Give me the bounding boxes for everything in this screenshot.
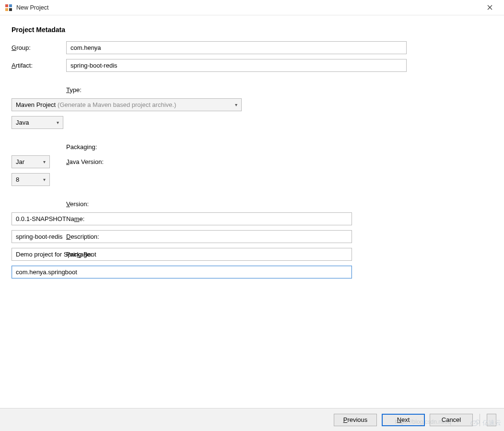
chevron-down-icon: ▾ (38, 159, 46, 164)
close-button[interactable] (480, 1, 499, 14)
type-select-hint: (Generate a Maven based project archive.… (58, 101, 176, 108)
content-area: Project Metadata Group: Artifact: Type: … (0, 15, 504, 279)
artifact-input[interactable] (66, 59, 407, 72)
java-version-select-value: 8 (16, 176, 19, 183)
group-label: Group: (12, 44, 63, 51)
section-title: Project Metadata (12, 26, 492, 34)
packaging-select-value: Jar (16, 158, 24, 165)
packaging-label: Packaging: (66, 143, 492, 151)
group-input[interactable] (66, 41, 407, 54)
svg-rect-3 (9, 8, 12, 11)
chevron-down-icon: ▾ (52, 120, 59, 125)
type-select-value: Maven Project (16, 101, 56, 108)
next-button[interactable]: Next (382, 414, 425, 426)
description-label: Description: (66, 233, 492, 240)
java-version-label: Java Version: (66, 158, 492, 165)
separator (480, 414, 480, 426)
chevron-down-icon: ▾ (230, 102, 237, 107)
name-label: Name: (66, 215, 492, 222)
type-select[interactable]: Maven Project (Generate a Maven based pr… (12, 98, 242, 111)
footer: Previous Next Cancel (0, 408, 504, 431)
previous-button[interactable]: Previous (334, 414, 377, 426)
svg-rect-0 (5, 4, 8, 7)
app-icon (5, 4, 12, 12)
window-title: New Project (16, 4, 48, 11)
artifact-label: Artifact: (12, 62, 63, 69)
chevron-down-icon: ▾ (38, 177, 46, 182)
package-input[interactable] (12, 266, 352, 279)
type-label: Type: (66, 86, 492, 93)
package-label: Package: (66, 251, 492, 258)
svg-rect-1 (9, 4, 12, 7)
java-version-select[interactable]: 8 ▾ (12, 173, 50, 186)
language-select-value: Java (16, 119, 29, 126)
cancel-button[interactable]: Cancel (430, 414, 473, 426)
form: Group: Artifact: Type: Maven Project (Ge… (12, 41, 492, 279)
language-select[interactable]: Java ▾ (12, 116, 63, 129)
packaging-select[interactable]: Jar ▾ (12, 155, 50, 168)
title-bar: New Project (0, 0, 504, 15)
svg-rect-2 (5, 8, 8, 11)
version-label: Version: (66, 200, 492, 208)
help-button[interactable] (487, 414, 496, 426)
